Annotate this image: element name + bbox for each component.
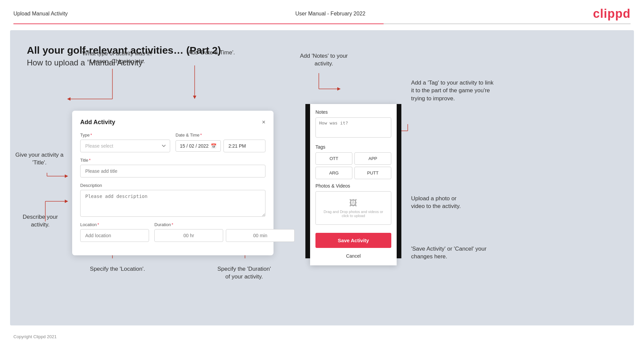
doc-title: User Manual - February 2022: [295, 11, 365, 17]
duration-min-input[interactable]: [226, 229, 295, 242]
description-textarea[interactable]: [80, 190, 265, 217]
notes-label: Notes: [315, 109, 391, 115]
type-datetime-row: Type* Please select Date & Time* 15 / 02…: [80, 133, 265, 152]
annotation-location: Specify the 'Location'.: [84, 265, 151, 273]
type-select[interactable]: Please select: [80, 140, 170, 152]
cancel-button[interactable]: Cancel: [310, 251, 397, 261]
annotation-describe: Describe your activity.: [15, 213, 65, 229]
save-activity-button[interactable]: Save Activity: [315, 233, 391, 248]
copyright: Copyright Clippd 2021: [13, 334, 57, 339]
annotation-tag: Add a 'Tag' to your activity to link it …: [411, 79, 495, 102]
annotation-duration: Specify the 'Duration' of your activity.: [205, 265, 284, 281]
date-field[interactable]: 15 / 02 / 2022 📅: [176, 140, 221, 152]
tags-section: Tags OTT APP ARG PUTT: [310, 144, 397, 183]
date-value: 15 / 02 / 2022: [180, 143, 209, 149]
title-label: Title*: [80, 158, 265, 163]
phone-left-bar: [305, 104, 310, 258]
modal-close-button[interactable]: ×: [262, 119, 265, 126]
duration-group: Duration*: [154, 222, 295, 242]
title-input[interactable]: [80, 165, 265, 177]
calendar-icon: 📅: [211, 143, 216, 149]
add-activity-modal: Add Activity × Type* Please select Date …: [72, 111, 274, 255]
time-field[interactable]: [224, 140, 265, 152]
annotation-date-time: Add 'Date & Time'.: [183, 49, 240, 56]
annotation-notes: Add 'Notes' to your activity.: [292, 52, 356, 68]
svg-marker-7: [65, 174, 68, 178]
phone-panel: Notes Tags OTT APP ARG PUTT Photos & Vid…: [310, 104, 397, 265]
svg-marker-18: [337, 87, 341, 91]
annotation-upload: Upload a photo or video to the activity.: [411, 195, 492, 210]
photos-placeholder: Drag and Drop photos and videos or click…: [323, 210, 384, 218]
tag-ott[interactable]: OTT: [315, 152, 352, 165]
top-bar: Upload Manual Activity User Manual - Feb…: [0, 0, 644, 23]
date-input-wrapper: 15 / 02 / 2022 📅: [176, 140, 265, 152]
photos-section: Photos & Videos 🖼 Drag and Drop photos a…: [310, 183, 397, 229]
duration-inputs: [154, 229, 295, 242]
type-label: Type*: [80, 133, 170, 138]
page-title: Upload Manual Activity: [13, 11, 68, 17]
annotation-give-title: Give your activity a 'Title'.: [13, 151, 65, 167]
location-group: Location*: [80, 222, 149, 242]
photo-icon: 🖼: [323, 198, 384, 208]
description-group: Description: [80, 183, 265, 217]
tag-app[interactable]: APP: [354, 152, 391, 165]
photos-label: Photos & Videos: [315, 183, 391, 189]
photos-upload[interactable]: 🖼 Drag and Drop photos and videos or cli…: [315, 191, 391, 225]
notes-section: Notes: [310, 104, 397, 144]
svg-marker-2: [67, 97, 70, 101]
type-group: Type* Please select: [80, 133, 170, 152]
modal-title: Add Activity: [80, 119, 115, 126]
datetime-label: Date & Time*: [176, 133, 265, 138]
location-label: Location*: [80, 222, 149, 227]
top-divider: [13, 23, 631, 24]
location-duration-row: Location* Duration*: [80, 222, 265, 242]
datetime-group: Date & Time* 15 / 02 / 2022 📅: [176, 133, 265, 152]
annotation-what-type: What type of activity was it? Lesson, Ch…: [82, 50, 153, 65]
location-input[interactable]: [80, 229, 149, 242]
tags-grid: OTT APP ARG PUTT: [315, 152, 391, 179]
logo: clippd: [593, 7, 631, 21]
annotation-save: 'Save Activity' or 'Cancel' your changes…: [411, 245, 495, 261]
duration-label: Duration*: [154, 222, 295, 227]
notes-textarea[interactable]: [315, 117, 391, 138]
tag-arg[interactable]: ARG: [315, 167, 352, 179]
duration-hr-input[interactable]: [154, 229, 223, 242]
tags-label: Tags: [315, 144, 391, 150]
description-label: Description: [80, 183, 265, 188]
svg-marker-10: [65, 200, 68, 203]
phone-right-bar: [397, 104, 401, 258]
svg-marker-4: [193, 96, 196, 99]
title-group: Title*: [80, 158, 265, 177]
tag-putt[interactable]: PUTT: [354, 167, 391, 179]
main-area: All your golf-relevant activities… (Part…: [10, 30, 634, 325]
modal-header: Add Activity ×: [80, 119, 265, 126]
footer: Copyright Clippd 2021: [0, 331, 644, 342]
